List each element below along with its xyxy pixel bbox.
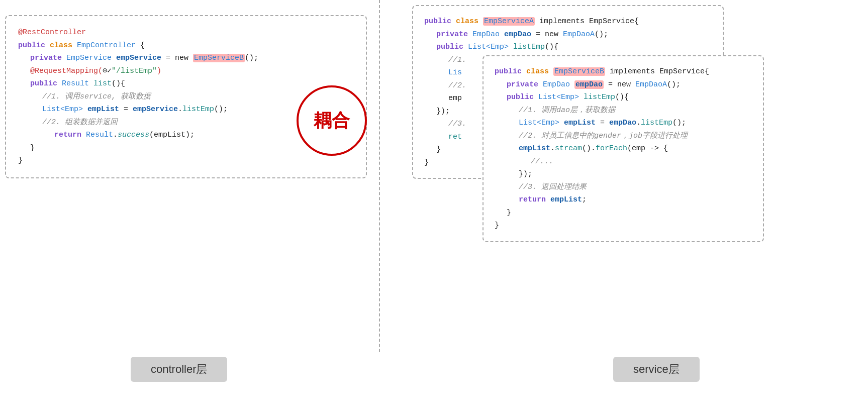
kw-return: return (54, 131, 86, 139)
code-line-b-s2: empList.stream().forEach(emp -> { (495, 142, 752, 155)
type-empservice: EmpService (66, 54, 116, 62)
method-success: success (118, 131, 149, 139)
highlight-empservicea: EmpServiceA (483, 17, 535, 26)
code-line-b-close-class: } (495, 219, 752, 232)
kw-class: class (50, 41, 77, 50)
code-line-a-method: public List<Emp> listEmp(){ (424, 41, 712, 54)
highlight-empserviceb-right: EmpServiceB (553, 67, 605, 76)
type-list: List<Emp> (42, 105, 87, 114)
empservice-ref: empService (133, 105, 178, 114)
code-line-b-field: private EmpDao empDao = new EmpDaoA(); (495, 78, 752, 91)
code-line-b-return: return empList; (495, 193, 752, 207)
code-line-b-c2: //2. 对员工信息中的gender，job字段进行处理 (495, 130, 752, 143)
code-line-b-method: public List<Emp> listEmp(){ (495, 91, 752, 104)
comment-2: //2. 组装数据并返回 (42, 118, 118, 127)
var-emplist: empList (87, 105, 119, 114)
code-line-b-s1: List<Emp> empList = empDao.listEmp(); (495, 117, 752, 130)
code-line-requestmapping: @RequestMapping(⊙✓"/listEmp") (18, 65, 354, 78)
main-container: @RestController public class EmpControll… (0, 0, 868, 402)
code-line-b-c3: //3. 返回处理结果 (495, 181, 752, 194)
coupling-label: 耦合 (314, 109, 350, 133)
kw-private: private (30, 54, 66, 62)
highlight-empdao: empDao (574, 80, 604, 89)
code-line-method: public Result list(){ (18, 77, 354, 90)
kw-public: public (18, 41, 50, 50)
label-controller: controller层 (131, 357, 227, 382)
code-line-a-class: public class EmpServiceA implements EmpS… (424, 15, 712, 28)
highlight-empserviceb: EmpServiceB (193, 54, 245, 62)
kw-public2: public (30, 79, 62, 88)
return-type: Result (62, 79, 93, 88)
right-panel-b: public class EmpServiceB implements EmpS… (483, 55, 764, 242)
annotation-requestmapping: @RequestMapping( (30, 67, 103, 75)
vertical-divider (379, 0, 380, 352)
code-line-close2: } (18, 154, 354, 167)
code-line-b-dots: //... (495, 155, 752, 168)
coupling-circle: 耦合 (297, 85, 367, 156)
controller-label-text: controller层 (151, 363, 207, 375)
code-line-close1: } (18, 142, 354, 155)
code-line-b-class: public class EmpServiceB implements EmpS… (495, 65, 752, 78)
code-line-b-close-method: } (495, 207, 752, 220)
code-line-a-field: private EmpDao empDao = new EmpDaoA(); (424, 28, 712, 41)
url-string: "/listEmp" (112, 67, 157, 75)
code-line-class: public class EmpController { (18, 39, 354, 52)
result-class: Result (86, 131, 113, 139)
field-empservice: empService (116, 54, 161, 62)
code-line-field: private EmpService empService = new EmpS… (18, 52, 354, 65)
brace-open: { (140, 41, 145, 50)
method-list: list (93, 79, 112, 88)
method-listemp: listEmp (182, 105, 214, 114)
service-label-text: service层 (633, 363, 680, 375)
class-name: EmpController (77, 41, 140, 50)
annotation-text: @RestController (18, 28, 86, 37)
code-line-b-c1: //1. 调用dao层，获取数据 (495, 104, 752, 117)
code-line-annotation: @RestController (18, 26, 354, 39)
code-line-b-close-stream: }); (495, 168, 752, 181)
label-service: service层 (613, 357, 700, 382)
comment-1: //1. 调用service, 获取数据 (42, 92, 151, 101)
